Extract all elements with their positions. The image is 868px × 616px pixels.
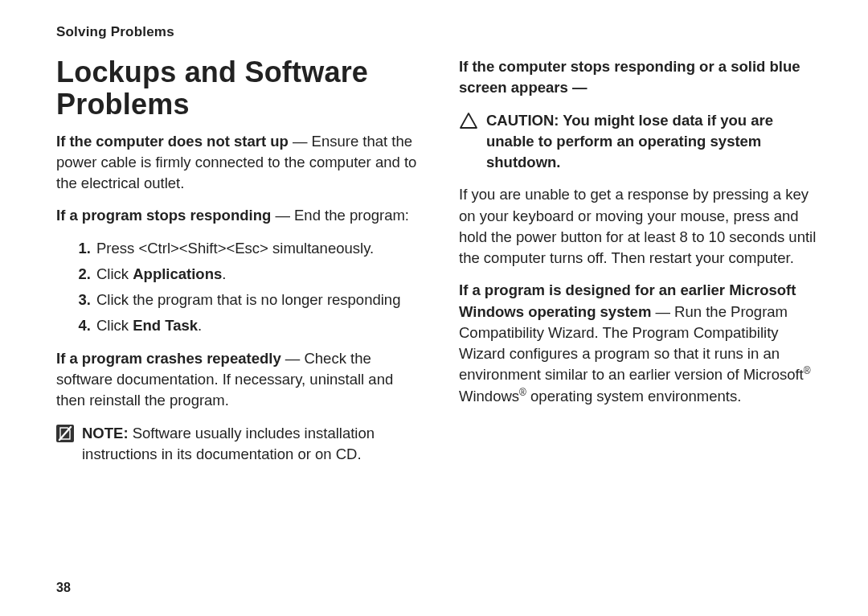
step-bold: End Task <box>133 317 198 334</box>
para-rest: Windows <box>459 388 519 405</box>
para-rest: operating system environments. <box>526 388 741 405</box>
registered-mark: ® <box>519 387 526 398</box>
step-2: Click Applications. <box>95 264 420 285</box>
section-header: Solving Problems <box>56 24 823 40</box>
caution-icon <box>459 112 478 135</box>
step-text: . <box>198 317 202 334</box>
bold-lead: If the computer does not start up <box>56 133 289 150</box>
page-number: 38 <box>56 581 71 595</box>
heading-blue-screen: If the computer stops responding or a so… <box>459 56 823 99</box>
left-column: Lockups and Software Problems If the com… <box>56 56 420 476</box>
note-icon <box>56 425 74 448</box>
caution-label: CAUTION: <box>486 112 559 129</box>
right-column: If the computer stops responding or a so… <box>459 56 823 476</box>
page-title: Lockups and Software Problems <box>56 56 420 121</box>
caution-body: CAUTION: You might lose data if you are … <box>486 110 823 174</box>
registered-mark: ® <box>804 365 811 376</box>
note-body: NOTE: Software usually includes installa… <box>82 423 420 466</box>
step-3: Click the program that is no longer resp… <box>95 290 420 310</box>
bold-lead: If a program crashes repeatedly <box>56 350 281 367</box>
para-crashes-repeatedly: If a program crashes repeatedly — Check … <box>56 348 420 412</box>
para-does-not-start: If the computer does not start up — Ensu… <box>56 131 420 195</box>
note-callout: NOTE: Software usually includes installa… <box>56 423 420 466</box>
step-text: Click <box>96 317 133 334</box>
note-label: NOTE: <box>82 425 129 441</box>
step-4: Click End Task. <box>95 315 420 336</box>
step-text: . <box>222 265 226 282</box>
para-no-response: If you are unable to get a response by p… <box>459 184 823 269</box>
caution-callout: CAUTION: You might lose data if you are … <box>459 110 823 174</box>
end-program-steps: Press <Ctrl><Shift><Esc> simultaneously.… <box>56 238 420 337</box>
document-page: Solving Problems Lockups and Software Pr… <box>0 0 868 616</box>
step-bold: Applications <box>133 265 222 282</box>
para-compatibility: If a program is designed for an earlier … <box>459 280 823 407</box>
two-column-layout: Lockups and Software Problems If the com… <box>56 56 823 476</box>
bold-lead: If a program stops responding <box>56 207 271 224</box>
step-text: Click <box>96 265 133 282</box>
para-rest: — End the program: <box>271 207 409 224</box>
para-program-stops: If a program stops responding — End the … <box>56 205 420 226</box>
step-1: Press <Ctrl><Shift><Esc> simultaneously. <box>95 238 420 259</box>
